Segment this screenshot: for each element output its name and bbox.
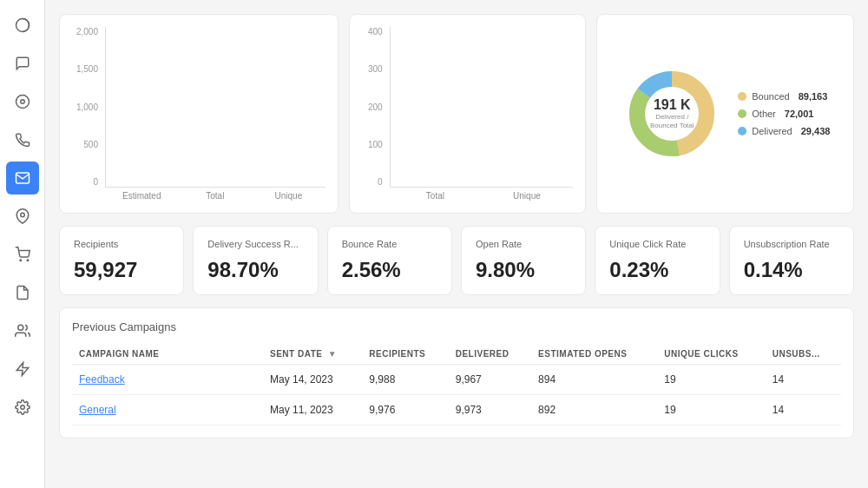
campaigns-table: CAMPAIGN NAME SENT DATE ▼ RECIPIENTS DEL…: [72, 344, 841, 425]
donut-center-text: 191 K Delivered /Bounced Total: [650, 97, 694, 129]
row1-delivered: 9,967: [449, 365, 531, 395]
y2-label-100: 100: [368, 140, 383, 149]
svg-point-2: [20, 100, 24, 104]
stat-unsub-rate: Unsubscription Rate 0.14%: [729, 226, 854, 295]
bar-label-estimated: Estimated: [105, 191, 179, 201]
bar-label-total: Total: [179, 191, 253, 201]
campaign-link-feedback[interactable]: Feedback: [79, 373, 125, 386]
bar2-label-total: Total: [390, 191, 482, 201]
y-label-2000: 2,000: [76, 27, 98, 36]
stat-unsub-value: 0.14%: [744, 258, 839, 282]
table-body: Feedback May 14, 2023 9,988 9,967 894 19…: [72, 365, 841, 425]
table-title: Previous Campaigns: [72, 320, 841, 333]
sidebar: [0, 0, 45, 488]
row2-date: May 11, 2023: [263, 395, 362, 425]
sidebar-item-cart[interactable]: [6, 238, 39, 271]
row2-clicks: 19: [657, 395, 765, 425]
bar2-label-unique: Unique: [481, 191, 573, 201]
sort-icon: ▼: [328, 349, 337, 359]
stat-bounce-rate: Bounce Rate 2.56%: [327, 226, 452, 295]
th-delivered: DELIVERED: [449, 344, 531, 365]
stat-click-label: Unique Click Rate: [609, 239, 705, 249]
stat-open-rate: Open Rate 9.80%: [461, 226, 586, 295]
campaign-link-general[interactable]: General: [79, 404, 116, 416]
stat-delivery-value: 98.70%: [207, 258, 303, 282]
th-recipients: RECIPIENTS: [362, 344, 448, 365]
stat-recipients-label: Recipients: [74, 239, 169, 249]
y2-label-200: 200: [368, 102, 383, 112]
row1-opens: 894: [531, 365, 657, 395]
donut-visual: 191 K Delivered /Bounced Total: [620, 62, 724, 166]
th-unsub: UNSUBS...: [766, 344, 841, 365]
bar-chart-1: 2,000 1,500 1,000 500 0: [59, 14, 339, 214]
donut-number: 191 K: [650, 97, 694, 113]
bounced-value: 89,163: [799, 91, 828, 102]
table-row: General May 11, 2023 9,976 9,973 892 19 …: [72, 395, 841, 425]
stat-open-label: Open Rate: [476, 239, 571, 249]
legend-bounced: Bounced 89,163: [738, 91, 830, 102]
table-row: Feedback May 14, 2023 9,988 9,967 894 19…: [72, 365, 841, 395]
legend-delivered: Delivered 29,438: [738, 126, 830, 136]
stat-bounce-label: Bounce Rate: [342, 239, 437, 249]
sidebar-item-location[interactable]: [6, 200, 39, 233]
bounced-label: Bounced: [752, 91, 789, 102]
sidebar-item-targeting[interactable]: [6, 85, 39, 118]
charts-row: 2,000 1,500 1,000 500 0: [59, 14, 854, 214]
row2-delivered: 9,973: [449, 395, 531, 425]
legend-other: Other 72,001: [738, 109, 830, 119]
sidebar-item-users[interactable]: [6, 314, 39, 347]
y-label-0: 0: [93, 177, 98, 187]
sidebar-item-email[interactable]: [6, 162, 39, 195]
bar-labels-2: Total Unique: [390, 191, 573, 201]
delivered-label: Delivered: [752, 126, 792, 136]
stats-row: Recipients 59,927 Delivery Success R... …: [59, 226, 854, 295]
sidebar-item-reports[interactable]: [6, 276, 39, 309]
th-clicks: UNIQUE CLICKS: [657, 344, 765, 365]
y2-label-300: 300: [368, 64, 383, 74]
row1-date: May 14, 2023: [263, 365, 362, 395]
other-value: 72,001: [785, 109, 814, 119]
y2-label-0: 0: [378, 177, 383, 187]
row1-clicks: 19: [657, 365, 765, 395]
delivered-dot: [738, 127, 746, 135]
stat-open-value: 9.80%: [476, 258, 571, 282]
row2-recipients: 9,976: [362, 395, 448, 425]
sidebar-item-settings[interactable]: [6, 391, 39, 424]
row2-opens: 892: [531, 395, 657, 425]
sidebar-item-phone[interactable]: [6, 123, 39, 156]
sidebar-item-chat[interactable]: [6, 47, 39, 80]
bar-labels-1: Estimated Total Unique: [105, 191, 326, 201]
th-opens: ESTIMATED OPENS: [531, 344, 657, 365]
table-header-row: CAMPAIGN NAME SENT DATE ▼ RECIPIENTS DEL…: [72, 344, 841, 365]
svg-point-3: [20, 213, 24, 217]
stat-bounce-value: 2.56%: [342, 258, 437, 282]
previous-campaigns-card: Previous Campaigns CAMPAIGN NAME SENT DA…: [59, 307, 854, 439]
bar-chart-2: 400 300 200 100 0: [349, 14, 586, 214]
bar-label-unique: Unique: [252, 191, 326, 201]
donut-legend: Bounced 89,163 Other 72,001 Delivered 29…: [738, 91, 830, 136]
svg-point-5: [27, 260, 29, 261]
main-content: 2,000 1,500 1,000 500 0: [45, 0, 868, 488]
donut-subtitle: Delivered /Bounced Total: [650, 113, 694, 129]
row1-unsub: 14: [766, 365, 841, 395]
row2-unsub: 14: [766, 395, 841, 425]
stat-recipients-value: 59,927: [74, 258, 169, 282]
row1-name: Feedback: [72, 365, 263, 395]
stat-unsub-label: Unsubscription Rate: [744, 239, 839, 249]
th-campaign-name: CAMPAIGN NAME: [72, 344, 263, 365]
row1-recipients: 9,988: [362, 365, 448, 395]
svg-marker-7: [16, 363, 29, 376]
svg-point-8: [20, 406, 24, 410]
delivered-value: 29,438: [801, 126, 831, 136]
y-label-500: 500: [83, 140, 98, 149]
sidebar-item-analytics[interactable]: [6, 9, 39, 42]
stat-click-value: 0.23%: [609, 258, 705, 282]
row2-name: General: [72, 395, 263, 425]
th-sent-date[interactable]: SENT DATE ▼: [263, 344, 362, 365]
svg-point-4: [20, 260, 22, 261]
stat-delivery-success: Delivery Success R... 98.70%: [193, 226, 318, 295]
sidebar-item-bolt[interactable]: [6, 353, 39, 386]
other-dot: [738, 109, 746, 118]
bounced-dot: [738, 92, 746, 101]
stat-delivery-label: Delivery Success R...: [207, 239, 303, 249]
